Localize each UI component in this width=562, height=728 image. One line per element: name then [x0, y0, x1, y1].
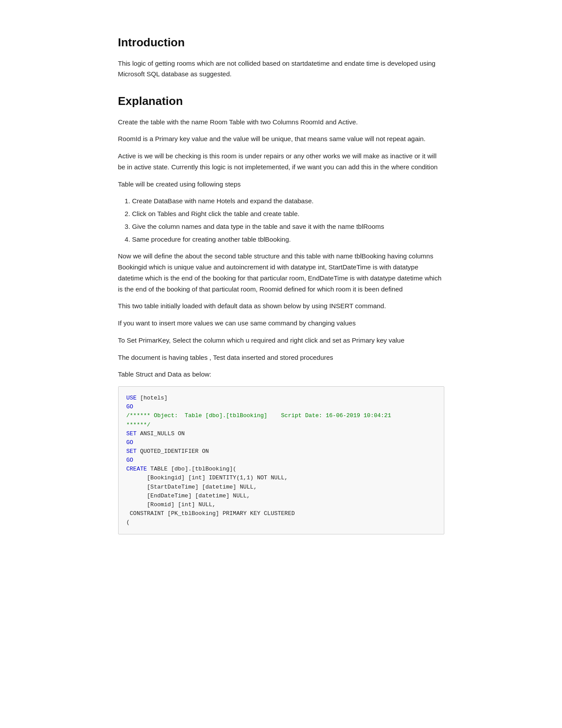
code-normal: ANSI_NULLS ON [137, 430, 185, 437]
code-comment: ******/ [127, 422, 151, 428]
code-keyword: GO [127, 439, 134, 446]
code-block: USE [hotels] GO /****** Object: Table [d… [118, 386, 444, 534]
list-item: Create DataBase with name Hotels and exp… [132, 196, 444, 207]
list-item: Click on Tables and Right click the tabl… [132, 209, 444, 220]
code-normal: CONSTRAINT [PK_tblBooking] PRIMARY KEY C… [127, 510, 295, 517]
code-normal: ( [127, 519, 130, 526]
code-normal: TABLE [dbo].[tblBooking]( [147, 466, 236, 472]
explanation-para4: Table will be created using following st… [118, 179, 444, 190]
code-normal: [Bookingid] [int] IDENTITY(1,1) NOT NULL… [127, 474, 288, 481]
code-keyword: SET [127, 430, 137, 437]
explanation-para5: Now we will define the about the second … [118, 251, 444, 295]
list-item: Give the column names and data type in t… [132, 221, 444, 232]
steps-list: Create DataBase with name Hotels and exp… [118, 196, 444, 245]
explanation-para6: This two table initially loaded with def… [118, 301, 444, 312]
code-keyword: GO [127, 457, 134, 463]
introduction-heading: Introduction [118, 34, 444, 52]
explanation-para1: Create the table with the name Room Tabl… [118, 117, 444, 128]
explanation-para8: To Set PrimarKey, Select the column whic… [118, 335, 444, 346]
code-normal: [EndDateTime] [datetime] NULL, [127, 493, 250, 499]
code-normal: [StartDateTime] [datetime] NULL, [127, 484, 257, 490]
code-keyword: CREATE [127, 466, 147, 472]
explanation-para2: RoomId is a Primary key value and the va… [118, 134, 444, 145]
list-item: Same procedure for creating another tabl… [132, 234, 444, 245]
introduction-paragraph: This logic of getting rooms which are no… [118, 58, 444, 80]
code-normal: [hotels] [137, 395, 167, 401]
explanation-para9: The document is having tables , Test dat… [118, 352, 444, 363]
code-normal: [Roomid] [int] NULL, [127, 501, 216, 508]
page-container: Introduction This logic of getting rooms… [92, 0, 471, 561]
code-keyword: SET [127, 448, 137, 455]
code-keyword: GO [127, 403, 134, 410]
code-comment: /****** Object: Table [dbo].[tblBooking]… [127, 412, 391, 419]
explanation-para3: Active is we will be checking is this ro… [118, 151, 444, 173]
explanation-para7: If you want to insert more values we can… [118, 318, 444, 329]
code-keyword: USE [127, 395, 137, 401]
code-normal: QUOTED_IDENTIFIER ON [137, 448, 209, 455]
explanation-para10: Table Struct and Data as below: [118, 369, 444, 380]
explanation-heading: Explanation [118, 92, 444, 111]
